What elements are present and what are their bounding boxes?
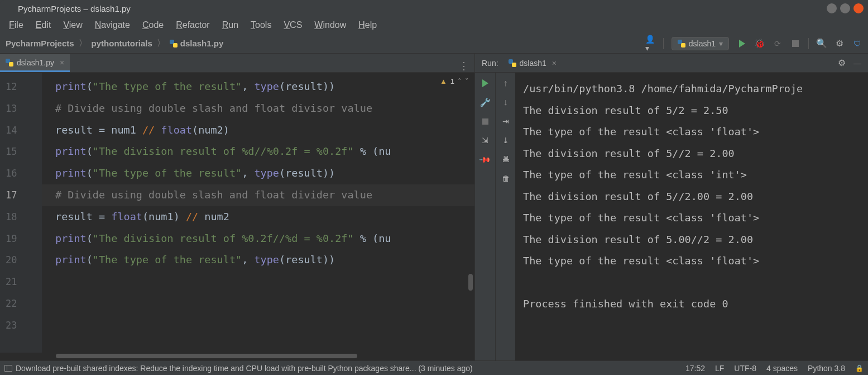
soft-wrap-button[interactable]: ⇥	[501, 116, 511, 126]
code-line[interactable]: result = num1 // float(num2)	[55, 120, 474, 141]
stop-button[interactable]	[790, 39, 800, 49]
tab-close-icon[interactable]: ×	[552, 59, 557, 68]
python-icon	[509, 59, 516, 67]
code-line[interactable]	[55, 271, 474, 293]
coverage-button[interactable]: ⟳	[773, 39, 783, 49]
editor-panel: dslash1.py × ⋮ 121314151617181920212223 …	[0, 54, 475, 360]
maximize-button[interactable]	[840, 3, 850, 13]
settings-button[interactable]: ⚙	[835, 39, 845, 49]
run-label: Run:	[482, 59, 498, 68]
tab-close-icon[interactable]: ×	[60, 58, 64, 67]
menu-navigate[interactable]: Navigate	[89, 18, 136, 32]
code-line[interactable]	[55, 293, 474, 315]
menu-help[interactable]: Help	[353, 18, 382, 32]
statusbar: Download pre-built shared indexes: Reduc…	[0, 360, 868, 375]
warning-icon: ▲	[440, 77, 447, 86]
code-line[interactable]: # Divide using double slash and float di…	[55, 98, 474, 120]
minimize-button[interactable]	[827, 3, 837, 13]
main-split: dslash1.py × ⋮ 121314151617181920212223 …	[0, 54, 868, 360]
editor-body[interactable]: 121314151617181920212223 print("The type…	[0, 73, 474, 353]
scroll-down-icon[interactable]: ↓	[501, 97, 511, 107]
rerun-button[interactable]	[480, 78, 490, 88]
edit-config-button[interactable]: 🔧	[480, 97, 490, 107]
line-number[interactable]: 19	[6, 228, 42, 250]
code-line[interactable]: result = float(num1) // num2	[55, 206, 474, 228]
shield-icon[interactable]: 🛡	[852, 39, 862, 49]
close-button[interactable]	[853, 3, 864, 13]
stop-icon	[792, 40, 799, 47]
run-config-name: dslash1	[689, 39, 716, 48]
menu-file[interactable]: File	[3, 18, 29, 32]
add-config-icon[interactable]: 👤▾	[645, 39, 655, 49]
line-number[interactable]: 17	[6, 184, 42, 206]
scroll-to-end-button[interactable]: ⤓	[501, 135, 511, 145]
pin-button[interactable]: 📌	[478, 152, 492, 166]
breadcrumb-item[interactable]: PycharmProjects	[6, 39, 74, 48]
status-encoding[interactable]: UTF-8	[734, 364, 756, 373]
menubar: FileEditViewNavigateCodeRefactorRunTools…	[0, 17, 868, 34]
console-output[interactable]: /usr/bin/python3.8 /home/fahmida/Pycharm…	[515, 73, 868, 360]
run-toolbar-right: ↑ ↓ ⇥ ⤓ 🖶 🗑	[495, 73, 515, 360]
line-number[interactable]: 14	[6, 120, 42, 141]
menu-window[interactable]: Window	[309, 18, 352, 32]
run-settings-button[interactable]: ⚙	[837, 58, 847, 68]
navbar: PycharmProjects〉pythontutorials〉dslash1.…	[0, 34, 868, 54]
status-indent[interactable]: 4 spaces	[766, 364, 798, 373]
vertical-scrollbar[interactable]	[468, 274, 473, 291]
menu-edit[interactable]: Edit	[30, 18, 57, 32]
status-message[interactable]: Download pre-built shared indexes: Reduc…	[16, 364, 473, 373]
run-config-selector[interactable]: dslash1 ▾	[672, 37, 729, 50]
divider	[663, 38, 664, 49]
breadcrumb-item[interactable]: pythontutorials	[92, 39, 152, 48]
menu-tools[interactable]: Tools	[245, 18, 277, 32]
lock-icon[interactable]: 🔒	[855, 364, 864, 372]
horizontal-scrollbar[interactable]	[0, 353, 474, 360]
status-interpreter[interactable]: Python 3.8	[808, 364, 845, 373]
run-tab-label: dslash1	[520, 59, 546, 68]
breadcrumb-item[interactable]: dslash1.py	[170, 39, 224, 48]
search-button[interactable]: 🔍	[817, 39, 827, 49]
line-number[interactable]: 18	[6, 206, 42, 228]
stop-button[interactable]	[480, 116, 490, 126]
code-line[interactable]	[55, 315, 474, 336]
app-icon	[4, 4, 13, 13]
line-number[interactable]: 12	[6, 76, 42, 98]
run-button[interactable]	[737, 39, 747, 49]
chevron-down-icon[interactable]: ˅	[465, 77, 469, 86]
code-line[interactable]: print("The division result of %d//%0.2f …	[55, 141, 474, 163]
code-line[interactable]: # Divide using double slash and float di…	[42, 184, 474, 206]
tool-window-icon[interactable]	[4, 365, 12, 372]
tab-overflow-button[interactable]: ⋮	[459, 60, 469, 72]
clear-button[interactable]: 🗑	[501, 173, 511, 183]
code-line[interactable]: print("The division result of %0.2f//%d …	[55, 228, 474, 250]
line-number[interactable]: 16	[6, 163, 42, 184]
code-line[interactable]: print("The type of the result", type(res…	[55, 163, 474, 184]
menu-code[interactable]: Code	[137, 18, 169, 32]
code-line[interactable]: print("The type of the result", type(res…	[55, 249, 474, 271]
play-icon	[482, 79, 488, 87]
status-line-ending[interactable]: LF	[715, 364, 724, 373]
line-number[interactable]: 22	[6, 293, 42, 315]
divider	[808, 38, 809, 49]
editor-tab[interactable]: dslash1.py ×	[0, 54, 70, 72]
code-area[interactable]: print("The type of the result", type(res…	[42, 73, 474, 353]
chevron-up-icon[interactable]: ˄	[458, 77, 462, 86]
dump-threads-button[interactable]: ⇲	[480, 135, 490, 145]
line-number[interactable]: 21	[6, 271, 42, 293]
line-number[interactable]: 20	[6, 249, 42, 271]
line-number[interactable]: 13	[6, 98, 42, 120]
print-button[interactable]: 🖶	[501, 154, 511, 164]
menu-vcs[interactable]: VCS	[278, 18, 308, 32]
menu-view[interactable]: View	[57, 18, 88, 32]
code-line[interactable]: print("The type of the result", type(res…	[55, 76, 474, 98]
debug-button[interactable]: 🐞	[755, 39, 765, 49]
scroll-up-icon[interactable]: ↑	[501, 78, 511, 88]
inspection-widget[interactable]: ▲ 1 ˄ ˅	[440, 77, 469, 86]
menu-run[interactable]: Run	[217, 18, 244, 32]
run-tab[interactable]: dslash1 ×	[505, 56, 560, 70]
line-number[interactable]: 23	[6, 315, 42, 336]
python-icon	[678, 40, 685, 48]
line-number[interactable]: 15	[6, 141, 42, 163]
menu-refactor[interactable]: Refactor	[170, 18, 215, 32]
hide-button[interactable]: —	[853, 59, 861, 68]
